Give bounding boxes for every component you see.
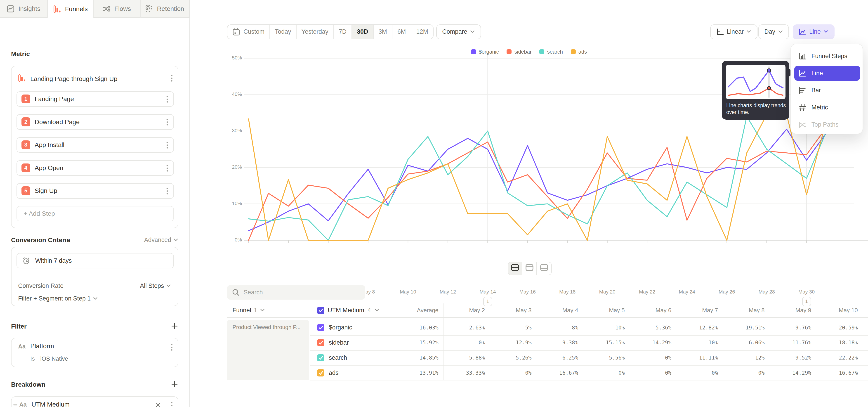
column-header-may-9[interactable]: May 9 [770,304,811,317]
series-checkbox[interactable] [317,369,324,376]
chevron-down-icon [778,30,783,33]
series-checkbox[interactable] [317,324,324,331]
query-sidebar: Metric Landing Page through Sign Up 1Lan… [0,18,190,407]
add-step-button[interactable]: + Add Step [17,206,174,222]
drag-handle-icon[interactable] [13,403,18,407]
filter-segment-dropdown[interactable]: Filter + Segment on Step 1 [18,295,98,302]
linear-axis-icon [716,28,724,36]
range-12m[interactable]: 12M [411,25,433,39]
funnel-title[interactable]: Landing Page through Sign Up [30,75,117,83]
range-6m[interactable]: 6M [393,25,411,39]
clock-icon [22,257,30,264]
funnel-kebab-icon[interactable] [170,74,173,82]
column-header-may-10[interactable]: May 10 [817,304,858,317]
filter-operator: Is [30,355,35,362]
range-7d[interactable]: 7D [334,25,352,39]
interval-dropdown[interactable]: Day [758,24,789,39]
filter-card[interactable]: Aa Platform Is iOS Native [11,338,178,367]
scale-dropdown[interactable]: Linear [710,24,757,39]
add-breakdown-button[interactable] [170,380,178,388]
x-axis-label: May 24 [672,289,703,295]
range-3m[interactable]: 3M [374,25,393,39]
range-label: 6M [397,28,406,35]
menu-item-metric[interactable]: Metric [794,100,860,115]
cell-value: 0% [720,366,765,380]
column-header-may-4[interactable]: May 4 [537,304,578,317]
funnel-column-header[interactable]: Funnel 1 [232,304,265,317]
table-row: ads [317,366,339,380]
series-checkbox[interactable] [317,354,324,362]
series-line-ads[interactable] [249,115,827,240]
split-view-icon [511,264,519,274]
tab-retention[interactable]: Retention [141,0,189,18]
column-header-may-8[interactable]: May 8 [723,304,765,317]
cell-value: 5% [487,320,532,335]
breakdown-kebab-icon[interactable] [170,401,173,407]
range-custom[interactable]: Custom [227,25,270,39]
top-panel-view-button[interactable] [522,262,537,275]
breakdown-card[interactable]: Aa UTM Medium [11,396,178,407]
x-axis-label: May 18 [552,289,583,295]
column-header-may-7[interactable]: May 7 [677,304,718,317]
column-header-may-5[interactable]: May 5 [584,304,625,317]
column-header-may-6[interactable]: May 6 [630,304,671,317]
bottom-panel-view-button[interactable] [537,262,551,275]
funnel-step-5[interactable]: 5Sign Up [17,183,174,199]
series-line-organic[interactable] [249,129,827,231]
column-header-may-3[interactable]: May 3 [491,304,531,317]
step-kebab-icon[interactable] [166,118,168,126]
filter-kebab-icon[interactable] [170,343,173,351]
step-kebab-icon[interactable] [166,95,168,103]
range-label: Today [275,28,291,35]
chart-type-tooltip: Line charts display trends over time. [722,61,789,120]
split-view-button[interactable] [508,262,523,275]
menu-item-line[interactable]: Line [794,66,860,81]
menu-item-funnel-steps[interactable]: Funnel Steps [794,49,860,64]
average-value: 14.85% [394,350,438,365]
advanced-dropdown[interactable]: Advanced [144,237,178,244]
series-checkbox[interactable] [317,339,324,346]
funnel-step-3[interactable]: 3App Install [17,137,174,153]
step-kebab-icon[interactable] [166,187,168,195]
range-yesterday[interactable]: Yesterday [297,25,334,39]
select-all-checkbox[interactable] [317,307,324,314]
cell-value: 11.76% [767,335,811,350]
conversion-window-row[interactable]: Within 7 days [17,253,174,269]
funnel-step-2[interactable]: 2Download Page [17,114,174,130]
top-paths-icon [799,121,806,129]
funnel-step-4[interactable]: 4App Open [17,160,174,176]
add-filter-button[interactable] [170,322,178,330]
range-today[interactable]: Today [270,25,297,39]
filter-property: Platform [30,343,54,350]
bottom-panel-view-icon [540,264,548,274]
funnel-col-label: Funnel [232,307,251,314]
filter-value[interactable]: iOS Native [40,355,68,362]
breakdown-column-header[interactable]: UTM Medium 4 [317,304,379,317]
step-kebab-icon[interactable] [166,164,168,172]
row-separator [310,366,868,366]
average-value: 15.92% [394,335,438,350]
tab-funnels[interactable]: Funnels [48,0,94,18]
remove-breakdown-icon[interactable] [155,402,161,407]
funnel-name-cell[interactable]: Product Viewed through P... [227,320,309,380]
advanced-label: Advanced [144,237,171,244]
column-header-may-2[interactable]: May 2 [444,304,485,317]
y-axis-label: 20% [222,164,242,170]
x-axis-label: May 26 [711,289,742,295]
chart-type-dropdown[interactable]: Line [793,24,835,39]
column-header-average[interactable]: Average [397,304,438,317]
tab-insights[interactable]: Insights [0,0,48,18]
search-input[interactable] [244,289,361,296]
all-steps-dropdown[interactable]: All Steps [140,282,171,289]
range-30d[interactable]: 30D [352,25,373,39]
tab-flows[interactable]: Flows [94,0,141,18]
y-axis-label: 40% [222,91,242,97]
series-line-search[interactable] [249,117,827,240]
funnel-step-1[interactable]: 1Landing Page [17,91,174,107]
menu-item-bar[interactable]: Bar [794,83,860,98]
compare-button[interactable]: Compare [436,24,481,39]
funnel-metric-icon [18,74,26,82]
filter-section-label: Filter [11,323,27,330]
row-separator [310,350,868,351]
step-kebab-icon[interactable] [166,141,168,149]
